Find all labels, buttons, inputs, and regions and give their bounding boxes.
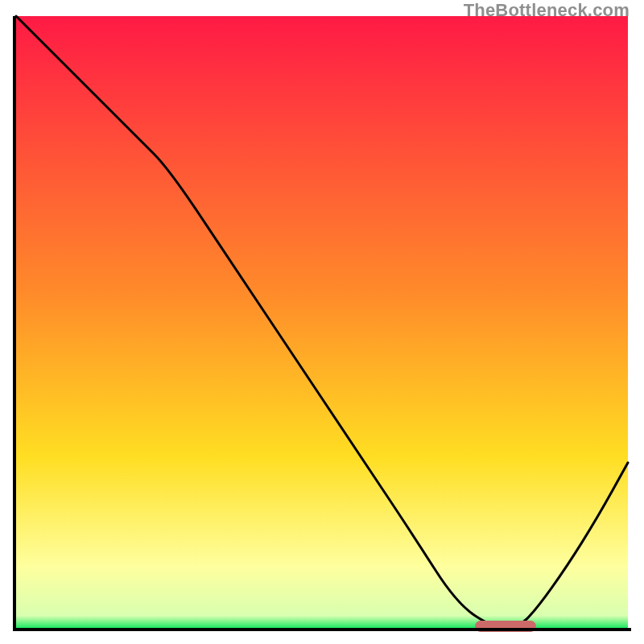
chart-frame: TheBottleneck.com — [0, 0, 644, 644]
curve-layer — [16, 16, 628, 628]
plot-area — [16, 16, 628, 628]
y-axis — [13, 16, 16, 631]
bottleneck-curve — [16, 16, 628, 628]
x-axis — [13, 628, 631, 631]
watermark-text: TheBottleneck.com — [464, 0, 630, 21]
